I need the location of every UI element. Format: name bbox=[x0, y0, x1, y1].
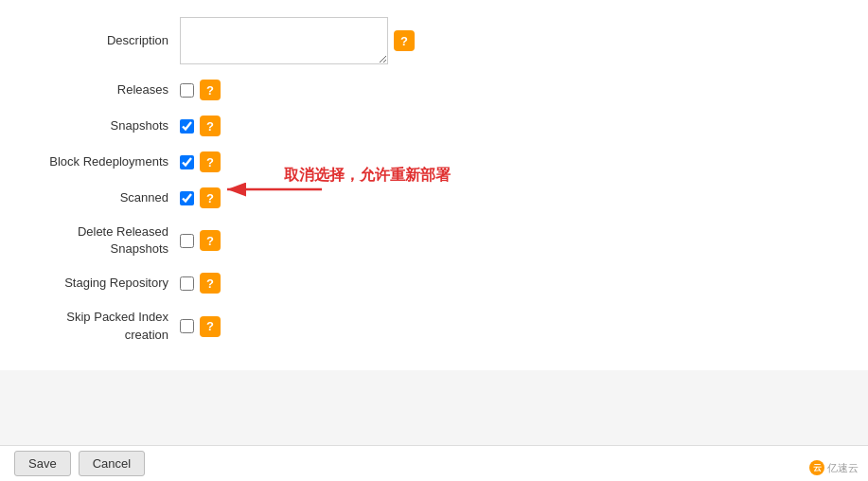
block-redeployments-help-btn[interactable]: ? bbox=[200, 151, 221, 172]
releases-label: Releases bbox=[19, 82, 180, 98]
skip-packed-index-controls: ? bbox=[180, 316, 221, 337]
staging-repository-controls: ? bbox=[180, 273, 221, 294]
footer-bar: Save Cancel bbox=[0, 445, 868, 481]
snapshots-row: Snapshots ? bbox=[19, 108, 849, 144]
releases-checkbox[interactable] bbox=[180, 83, 194, 98]
staging-repository-label: Staging Repository bbox=[19, 276, 180, 292]
annotation-text: 取消选择，允许重新部署 bbox=[284, 166, 451, 186]
description-label: Description bbox=[19, 33, 180, 49]
block-redeployments-checkbox[interactable] bbox=[180, 155, 194, 169]
watermark-text: 亿速云 bbox=[827, 461, 859, 475]
description-controls: ? bbox=[180, 17, 415, 64]
cancel-button[interactable]: Cancel bbox=[79, 451, 145, 476]
description-row: Description ? bbox=[19, 9, 849, 72]
skip-packed-index-label: Skip Packed Indexcreation bbox=[19, 309, 180, 343]
snapshots-help-btn[interactable]: ? bbox=[200, 116, 221, 136]
snapshots-checkbox[interactable] bbox=[180, 119, 194, 134]
scanned-controls: ? bbox=[180, 187, 221, 208]
block-redeployments-controls: ? bbox=[180, 151, 221, 172]
delete-released-snapshots-row: Delete ReleasedSnapshots ? bbox=[19, 216, 849, 265]
releases-help-btn[interactable]: ? bbox=[200, 80, 221, 100]
delete-released-snapshots-controls: ? bbox=[180, 230, 221, 251]
scanned-help-btn[interactable]: ? bbox=[200, 187, 221, 208]
skip-packed-index-checkbox[interactable] bbox=[180, 319, 194, 333]
releases-row: Releases ? bbox=[19, 72, 849, 108]
delete-released-snapshots-help-btn[interactable]: ? bbox=[200, 230, 221, 251]
snapshots-label: Snapshots bbox=[19, 118, 180, 134]
watermark: 云 亿速云 bbox=[809, 460, 859, 475]
watermark-icon: 云 bbox=[809, 460, 824, 475]
block-redeployments-label: Block Redeployments bbox=[19, 154, 180, 170]
releases-controls: ? bbox=[180, 80, 221, 100]
delete-released-snapshots-checkbox[interactable] bbox=[180, 234, 194, 248]
scanned-label: Scanned bbox=[19, 190, 180, 206]
scanned-checkbox[interactable] bbox=[180, 191, 194, 205]
snapshots-controls: ? bbox=[180, 116, 221, 136]
skip-packed-index-help-btn[interactable]: ? bbox=[200, 316, 221, 337]
description-help-btn[interactable]: ? bbox=[394, 30, 415, 51]
staging-repository-row: Staging Repository ? bbox=[19, 265, 849, 301]
staging-repository-checkbox[interactable] bbox=[180, 276, 194, 291]
save-button[interactable]: Save bbox=[14, 451, 71, 476]
staging-repository-help-btn[interactable]: ? bbox=[200, 273, 221, 294]
skip-packed-index-row: Skip Packed Indexcreation ? bbox=[19, 301, 849, 350]
description-textarea[interactable] bbox=[180, 17, 388, 64]
delete-released-snapshots-label: Delete ReleasedSnapshots bbox=[19, 223, 180, 258]
